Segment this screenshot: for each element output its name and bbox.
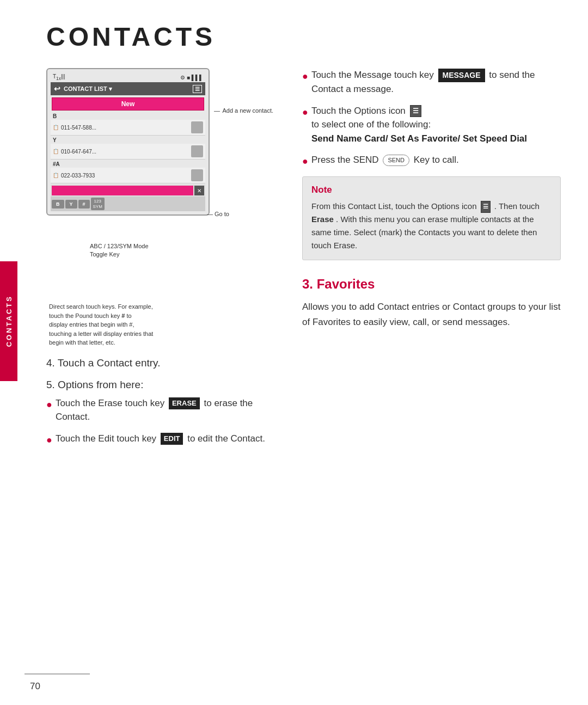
search-clear-button[interactable]: ✕ bbox=[194, 186, 204, 195]
contact-row-3[interactable]: 📋 022-033-7933 bbox=[51, 168, 205, 183]
left-bullet-list: ● Touch the Erase touch key ERASE to era… bbox=[46, 396, 280, 447]
annotation-goto: — Go to bbox=[207, 209, 229, 218]
key-hash[interactable]: # bbox=[78, 200, 90, 209]
bullet-options: ● Touch the Options icon ☰ to select one… bbox=[302, 104, 561, 146]
left-column: T1x||| ⚙ ■ ▌▌▌ ↩ CONTACT LIST ▾ ☰ New bbox=[46, 68, 280, 455]
message-badge: MESSAGE bbox=[438, 69, 485, 82]
bottom-divider bbox=[24, 673, 90, 675]
contact-icon-3: 📋 bbox=[53, 173, 59, 178]
contact-icon-2: 📋 bbox=[53, 149, 59, 154]
signal-icon: T1x||| bbox=[53, 73, 65, 81]
phone-section-hash-a: #A 📋 022-033-7933 bbox=[51, 161, 205, 183]
abc-line1: ABC / 123/SYM Mode bbox=[90, 243, 149, 249]
edit-badge: EDIT bbox=[161, 433, 183, 445]
phone-new-button[interactable]: New bbox=[52, 97, 204, 111]
abc-line2: Toggle Key bbox=[90, 251, 119, 258]
note-options-icon: ☰ bbox=[481, 201, 491, 213]
avatar-3 bbox=[191, 169, 203, 181]
phone-search-input[interactable] bbox=[52, 186, 193, 195]
contact-number-3: 022-033-7933 bbox=[61, 173, 191, 179]
phone-header: ↩ CONTACT LIST ▾ ☰ bbox=[51, 82, 205, 95]
bullet-edit: ● Touch the Edit touch key EDIT to edit … bbox=[46, 432, 280, 447]
contact-list-label: CONTACT LIST ▾ bbox=[64, 85, 112, 93]
bullet-message-text: Touch the Message touch key MESSAGE to s… bbox=[311, 68, 561, 96]
bullet-dot-erase: ● bbox=[46, 397, 52, 412]
battery-icons: ⚙ ■ ▌▌▌ bbox=[180, 75, 203, 81]
phone-section-y: Y 📋 010-647-647... bbox=[51, 137, 205, 160]
bullet-erase-text: Touch the Erase touch key ERASE to erase… bbox=[56, 396, 280, 424]
section-3-title: 3. Favorites bbox=[302, 277, 561, 292]
bullet-message: ● Touch the Message touch key MESSAGE to… bbox=[302, 68, 561, 96]
right-column: ● Touch the Message touch key MESSAGE to… bbox=[302, 68, 561, 455]
key-b[interactable]: B bbox=[52, 200, 64, 209]
phone-mockup: T1x||| ⚙ ■ ▌▌▌ ↩ CONTACT LIST ▾ ☰ New bbox=[46, 68, 210, 216]
note-erase-bold: Erase bbox=[311, 214, 334, 224]
bullet-dot-send: ● bbox=[302, 154, 308, 169]
phone-section-b: B 📋 011-547-588... bbox=[51, 113, 205, 136]
page-number: 70 bbox=[30, 681, 40, 692]
bullet-dot-edit: ● bbox=[46, 433, 52, 447]
avatar-2 bbox=[191, 145, 203, 157]
options-icon-badge: ☰ bbox=[410, 105, 421, 117]
direct-search-text: Direct search touch keys. For example, t… bbox=[49, 302, 280, 347]
note-box: Note From this Contact List, touch the O… bbox=[302, 176, 561, 260]
note-text: From this Contact List, touch the Option… bbox=[311, 200, 552, 252]
bullet-dot-options: ● bbox=[302, 105, 308, 120]
phone-search-row: ✕ bbox=[51, 185, 205, 197]
section-3-favorites: 3. Favorites Allows you to add Contact e… bbox=[302, 271, 561, 330]
contact-number-2: 010-647-647... bbox=[61, 149, 191, 155]
direct-search-annotation: Direct search touch keys. For example, t… bbox=[49, 302, 280, 347]
two-column-layout: T1x||| ⚙ ■ ▌▌▌ ↩ CONTACT LIST ▾ ☰ New bbox=[46, 68, 561, 455]
step-4: 4. Touch a Contact entry. bbox=[46, 357, 280, 369]
main-content: CONTACTS T1x||| ⚙ ■ ▌▌▌ ↩ CONTACT LIST ▾ bbox=[24, 0, 588, 493]
annotation-add-contact: — Add a new contact. bbox=[214, 105, 273, 115]
phone-status-bar: T1x||| ⚙ ■ ▌▌▌ bbox=[51, 72, 205, 82]
page-title: CONTACTS bbox=[46, 22, 561, 52]
send-badge: SEND bbox=[383, 155, 409, 166]
bullet-send-text: Press the SEND SEND Key to call. bbox=[311, 153, 459, 167]
erase-badge: ERASE bbox=[169, 397, 200, 409]
annotation-abc: ABC / 123/SYM Mode Toggle Key bbox=[90, 242, 149, 259]
key-y[interactable]: Y bbox=[65, 200, 77, 209]
section-letter-y: Y bbox=[51, 137, 205, 144]
bullet-dot-message: ● bbox=[302, 69, 308, 84]
options-bold-text: Send Name Card/ Set As Favorite/ Set Spe… bbox=[311, 133, 527, 144]
bullet-edit-text: Touch the Edit touch key EDIT to edit th… bbox=[56, 432, 265, 446]
avatar-1 bbox=[191, 121, 203, 133]
section-letter-b: B bbox=[51, 113, 205, 120]
contact-row-1[interactable]: 📋 011-547-588... bbox=[51, 120, 205, 136]
sidebar-label: CONTACTS bbox=[5, 295, 13, 347]
contact-number-1: 011-547-588... bbox=[61, 125, 191, 131]
bullet-send: ● Press the SEND SEND Key to call. bbox=[302, 153, 561, 169]
section-3-text: Allows you to add Contact entries or Con… bbox=[302, 299, 561, 330]
contact-icon: 📋 bbox=[53, 125, 59, 130]
section-letter-hash-a: #A bbox=[51, 161, 205, 168]
contact-row-2[interactable]: 📋 010-647-647... bbox=[51, 144, 205, 160]
step-5: 5. Options from here: bbox=[46, 379, 280, 391]
right-bullet-list: ● Touch the Message touch key MESSAGE to… bbox=[302, 68, 561, 169]
sidebar-tab: CONTACTS bbox=[0, 261, 17, 381]
phone-section: T1x||| ⚙ ■ ▌▌▌ ↩ CONTACT LIST ▾ ☰ New bbox=[46, 68, 280, 275]
key-sym[interactable]: 123 SYM bbox=[91, 198, 105, 210]
note-title: Note bbox=[311, 185, 552, 195]
list-icon: ☰ bbox=[193, 85, 202, 93]
phone-keyboard-row: B Y # 123 SYM bbox=[51, 197, 205, 211]
bullet-erase: ● Touch the Erase touch key ERASE to era… bbox=[46, 396, 280, 424]
back-arrow-icon: ↩ bbox=[54, 84, 60, 93]
bullet-options-text: Touch the Options icon ☰ to select one o… bbox=[311, 104, 527, 146]
